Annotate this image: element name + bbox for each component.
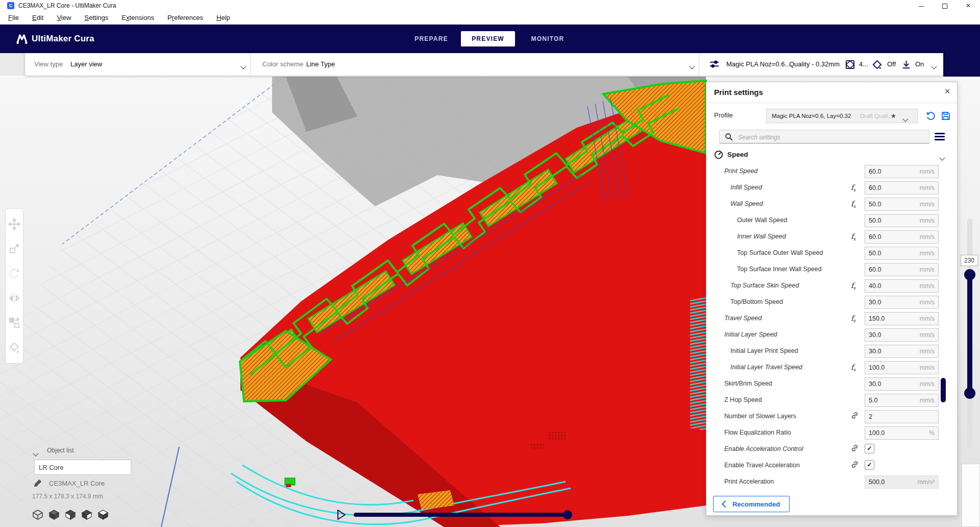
infill-value[interactable]: 4... (859, 53, 868, 76)
maximize-button[interactable] (933, 0, 957, 11)
divider (250, 53, 251, 76)
setting-value-input[interactable]: 30.0mm/s (865, 328, 939, 342)
recommended-mode-button[interactable]: Recommended (713, 496, 790, 512)
setting-value-input[interactable]: 2 (865, 410, 939, 423)
layer-slider-bottom-handle[interactable] (964, 388, 975, 399)
mirror-tool-button[interactable] (8, 292, 20, 304)
chevron-down-icon[interactable] (932, 61, 938, 67)
setting-checkbox[interactable]: ✓ (865, 444, 874, 453)
setting-value-input[interactable]: 50.0mm/s (865, 198, 939, 211)
setting-value-input[interactable]: 50.0mm/s (865, 247, 939, 260)
simulation-slider-handle[interactable] (563, 510, 572, 519)
formula-icon: fx (851, 199, 862, 209)
setting-label: Top/Bottom Speed (730, 298, 783, 305)
setting-value-input[interactable]: 150.0mm/s (865, 312, 939, 325)
object-name-input[interactable] (35, 460, 131, 474)
setting-label: Top Surface Inner Wall Speed (737, 266, 822, 273)
tab-preview[interactable]: PREVIEW (461, 31, 515, 46)
infill-icon[interactable] (845, 60, 855, 69)
save-profile-icon[interactable] (941, 111, 950, 121)
setting-value-input[interactable]: 30.0mm/s (865, 345, 939, 358)
setting-value-input[interactable]: 50.0mm/s (865, 214, 939, 227)
adhesion-value[interactable]: On (915, 53, 924, 76)
menu-preferences[interactable]: Preferences (161, 11, 210, 25)
chevron-down-icon[interactable] (903, 114, 908, 123)
profile-dropdown[interactable]: Magic PLA Noz=0.6, Lay=0.32 Draft Quali.… (766, 109, 918, 123)
setting-value-input[interactable]: 30.0mm/s (865, 296, 939, 309)
setting-value: 60.0 (869, 233, 881, 241)
menu-extensions[interactable]: Extensions (115, 11, 161, 25)
layer-slider-top-handle[interactable] (964, 269, 975, 280)
settings-search-input[interactable] (737, 130, 928, 144)
setting-value-input[interactable]: 60.0mm/s (865, 230, 939, 244)
setting-row: Top Surface Skin Speedfx40.0mm/s (706, 278, 957, 294)
chevron-down-icon[interactable] (940, 153, 944, 162)
simulation-slider-track[interactable] (354, 513, 568, 517)
layer-slider-range[interactable] (967, 275, 972, 393)
setting-value-input[interactable]: 100.0% (865, 426, 939, 440)
print-setup-sliders-icon[interactable] (709, 60, 719, 69)
minimize-button[interactable] (910, 0, 933, 11)
setting-value-input[interactable]: 40.0mm/s (865, 279, 939, 293)
object-name-field[interactable] (34, 460, 131, 475)
tab-monitor[interactable]: MONITOR (524, 25, 572, 53)
support-icon[interactable] (872, 60, 882, 69)
rename-pencil-icon[interactable] (34, 479, 42, 487)
setting-value-input[interactable]: 60.0mm/s (865, 181, 939, 195)
menu-settings[interactable]: Settings (78, 11, 115, 25)
menu-file[interactable]: File (2, 11, 26, 25)
setting-unit: mm/s (920, 217, 935, 224)
setting-value-input[interactable]: 60.0mm/s (865, 263, 939, 276)
setting-value-input[interactable]: 500.0mm/s² (865, 475, 939, 489)
menu-view[interactable]: View (50, 11, 78, 25)
section-speed[interactable]: Speed (706, 149, 957, 162)
settings-menu-icon[interactable] (935, 133, 945, 141)
menu-help[interactable]: Help (210, 11, 237, 25)
play-button[interactable] (336, 509, 347, 520)
close-window-button[interactable]: ✕ (957, 0, 980, 11)
settings-scrollbar-thumb[interactable] (941, 378, 946, 402)
color-scheme-dropdown[interactable]: Line Type (306, 53, 335, 76)
setting-row: Initial Layer Travel Speedfx100.0mm/s (706, 360, 957, 376)
setting-unit: mm/s (920, 348, 935, 355)
chevron-down-icon[interactable] (690, 61, 696, 67)
setting-value: 100.0 (869, 364, 885, 371)
view-front-button[interactable] (48, 509, 60, 521)
view-top-button[interactable] (64, 509, 77, 521)
chevron-down-icon[interactable] (241, 61, 248, 67)
move-tool-button[interactable] (8, 218, 20, 230)
setting-value-input[interactable]: 100.0mm/s (865, 361, 939, 374)
view-right-button[interactable] (97, 509, 109, 521)
adhesion-icon[interactable] (901, 60, 911, 69)
app-name: UltiMaker Cura (32, 25, 94, 53)
object-list-label[interactable]: Object list (47, 445, 74, 456)
setting-unit: mm/s (920, 266, 935, 273)
reset-profile-icon[interactable] (926, 111, 935, 121)
window-title: CE3MAX_LR Core - UltiMaker Cura (18, 0, 116, 11)
setting-label: Print Speed (724, 167, 757, 175)
setting-value-input[interactable]: 60.0mm/s (865, 165, 939, 178)
view-type-dropdown[interactable]: Layer view (70, 53, 102, 76)
color-scheme-label: Color scheme (262, 53, 303, 76)
setting-checkbox[interactable]: ✓ (865, 460, 874, 470)
view-3d-button[interactable] (32, 509, 44, 521)
printer-profile-summary[interactable]: Magic PLA Noz=0.6... (726, 53, 790, 76)
object-list-chevron-icon[interactable] (34, 448, 40, 454)
tab-prepare[interactable]: PREPARE (407, 25, 455, 53)
setting-value-input[interactable]: 5.0mm/s (865, 394, 939, 407)
rotate-tool-button[interactable] (8, 268, 20, 280)
menu-edit[interactable]: Edit (26, 11, 50, 25)
quality-summary[interactable]: Quality - 0.32mm (789, 53, 840, 76)
setting-row: Top/Bottom Speed30.0mm/s (706, 294, 957, 310)
star-icon[interactable]: ★ (891, 109, 896, 123)
support-value[interactable]: Off (887, 53, 896, 76)
settings-search-field[interactable] (719, 130, 929, 143)
close-panel-button[interactable]: ✕ (942, 86, 952, 97)
setting-value-input[interactable]: 30.0mm/s (865, 377, 939, 391)
setting-label: Infill Speed (730, 184, 762, 191)
support-blocker-button[interactable] (8, 342, 20, 354)
setting-value: 50.0 (869, 201, 881, 208)
view-left-button[interactable] (81, 509, 93, 521)
scale-tool-button[interactable] (8, 243, 20, 255)
per-model-settings-button[interactable] (8, 317, 20, 329)
